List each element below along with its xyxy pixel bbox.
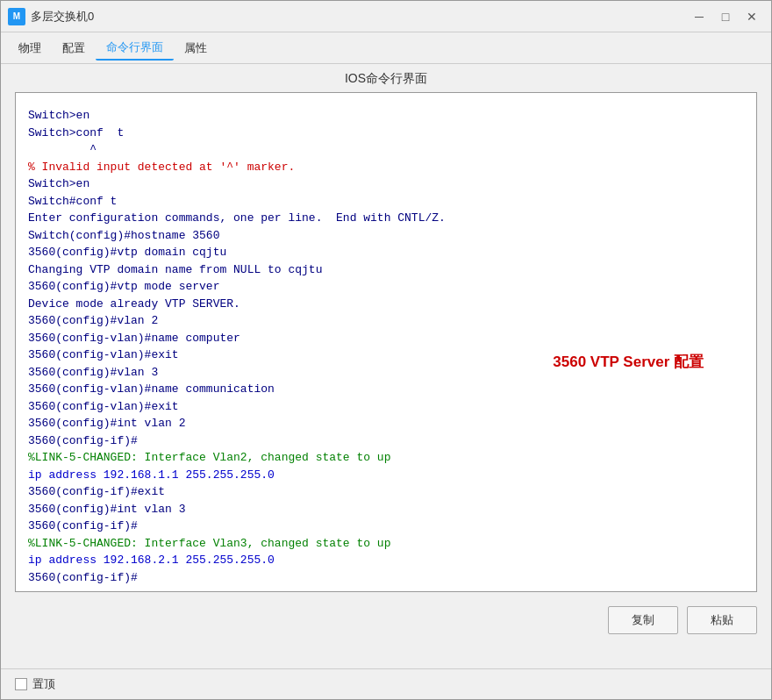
terminal-status-line: %LINK-5-CHANGED: Interface Vlan3, change…: [28, 535, 739, 553]
paste-button[interactable]: 粘贴: [687, 606, 757, 634]
maximize-button[interactable]: □: [713, 7, 738, 26]
menu-item-physics[interactable]: 物理: [8, 37, 52, 60]
terminal-line: Device mode already VTP SERVER.: [28, 296, 739, 313]
terminal-line: 3560(config-if)#: [28, 569, 739, 587]
bottom-bar: 复制 粘贴: [1, 601, 771, 639]
menu-item-properties[interactable]: 属性: [174, 37, 218, 60]
menu-item-cli[interactable]: 命令行界面: [96, 36, 174, 61]
terminal-line: 3560(config)#vtp mode server: [28, 278, 739, 296]
close-button[interactable]: ✕: [740, 7, 764, 26]
pin-top-checkbox-area[interactable]: 置顶: [15, 676, 55, 692]
title-controls: ─ □ ✕: [687, 7, 764, 26]
menu-bar: 物理 配置 命令行界面 属性: [1, 32, 771, 64]
window-frame: M 多层交换机0 ─ □ ✕ 物理 配置 命令行界面 属性 IOS命令行界面 S…: [0, 0, 772, 700]
terminal-line: Enter configuration commands, one per li…: [28, 210, 739, 227]
terminal-status-line: %LINK-5-CHANGED: Interface Vlan2, change…: [28, 449, 739, 467]
menu-item-config[interactable]: 配置: [52, 37, 96, 60]
app-icon: M: [8, 8, 25, 25]
terminal-error-line: % Invalid input detected at '^' marker.: [28, 159, 739, 176]
terminal-line: 3560(config)#int vlan 3: [28, 501, 739, 518]
terminal-line: 3560(config-vlan)#exit: [28, 398, 739, 416]
pin-top-checkbox[interactable]: [15, 678, 27, 690]
terminal-content[interactable]: Switch>en Switch>conf t ^ % Invalid inpu…: [16, 93, 756, 591]
terminal-line: 3560(config)#vlan 2: [28, 312, 739, 330]
terminal-line: Switch>en: [28, 175, 739, 193]
terminal-line: Switch(config)#hostname 3560: [28, 227, 739, 245]
app-icon-text: M: [13, 11, 20, 21]
terminal-area[interactable]: Switch>en Switch>conf t ^ % Invalid inpu…: [15, 92, 757, 592]
terminal-ip-line: ip address 192.168.2.1 255.255.255.0: [28, 552, 739, 569]
terminal-line: 3560(config)#int vlan 2: [28, 415, 739, 432]
terminal-line: 3560(config-vlan)#name computer: [28, 330, 739, 347]
terminal-line: 3560(config-if)#: [28, 518, 739, 535]
footer-bar: 置顶: [1, 668, 771, 699]
pin-top-label: 置顶: [32, 676, 55, 692]
terminal-line: Switch>conf t: [28, 125, 739, 142]
terminal-line: Switch>en: [28, 107, 739, 125]
terminal-line: Switch#conf t: [28, 193, 739, 211]
title-bar: M 多层交换机0 ─ □ ✕: [1, 1, 771, 32]
title-bar-left: M 多层交换机0: [8, 8, 94, 25]
minimize-button[interactable]: ─: [687, 7, 711, 26]
terminal-line: ^: [28, 141, 739, 159]
terminal-line: 3560(config-if)#: [28, 432, 739, 450]
terminal-line: 3560(config)#vtp domain cqjtu: [28, 244, 739, 261]
vtp-annotation: 3560 VTP Server 配置: [553, 352, 704, 372]
window-title: 多层交换机0: [31, 9, 94, 25]
terminal-line: Changing VTP domain name from NULL to cq…: [28, 261, 739, 279]
copy-button[interactable]: 复制: [608, 606, 678, 634]
terminal-line: 3560(config-vlan)#name communication: [28, 381, 739, 398]
terminal-line: 3560(config-if)#exit: [28, 483, 739, 501]
ios-label: IOS命令行界面: [1, 64, 771, 92]
terminal-ip-line: ip address 192.168.1.1 255.255.255.0: [28, 467, 739, 484]
